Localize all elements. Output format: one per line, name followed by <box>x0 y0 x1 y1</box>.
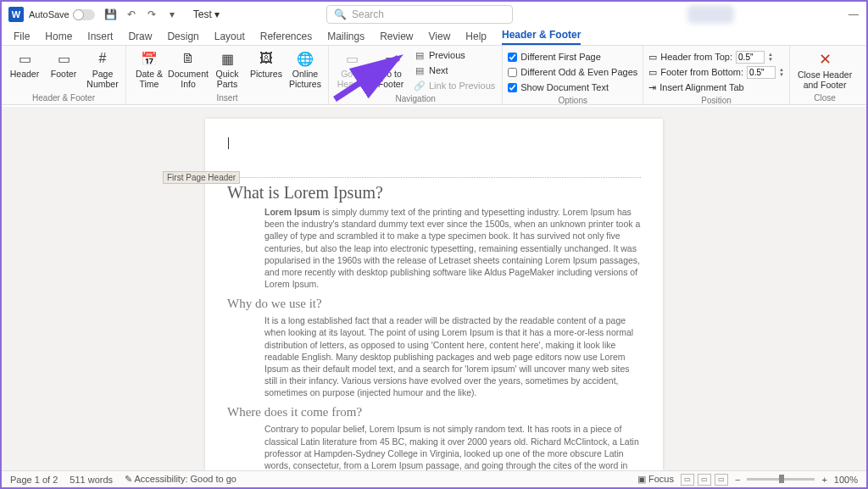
show-document-text-checkbox[interactable]: Show Document Text <box>508 80 637 95</box>
document-info-button[interactable]: 🗎Document Info <box>170 47 206 89</box>
view-switcher: ▭ ▭ ▭ <box>681 474 728 486</box>
calendar-icon: 📅 <box>140 49 159 68</box>
footer-from-bottom-row: ▭Footer from Bottom:▲▼ <box>648 64 784 80</box>
header-button[interactable]: ▭Header <box>7 47 42 80</box>
page[interactable]: What is Lorem Ipsum? Lorem Ipsum is simp… <box>205 119 663 470</box>
heading-1[interactable]: What is Lorem Ipsum? <box>227 183 641 203</box>
save-icon[interactable]: 💾 <box>105 8 117 20</box>
next-icon: ▤ <box>414 65 426 76</box>
status-page[interactable]: Page 1 of 2 <box>10 475 58 485</box>
heading-3[interactable]: Where does it come from? <box>227 405 641 420</box>
status-accessibility[interactable]: ✎ Accessibility: Good to go <box>125 474 236 485</box>
tab-file[interactable]: File <box>14 31 30 45</box>
paragraph-2[interactable]: It is a long established fact that a rea… <box>264 314 641 398</box>
view-print-icon[interactable]: ▭ <box>698 474 711 486</box>
minimize-button[interactable]: — <box>848 8 860 20</box>
date-time-button[interactable]: 📅Date & Time <box>131 47 167 89</box>
quickparts-icon: ▦ <box>218 49 236 68</box>
close-header-footer-button[interactable]: ✕Close Header and Footer <box>795 47 854 90</box>
tab-review[interactable]: Review <box>380 31 413 45</box>
group-label-insert: Insert <box>131 92 323 104</box>
view-web-icon[interactable]: ▭ <box>715 474 728 486</box>
tab-layout[interactable]: Layout <box>214 31 245 45</box>
online-pictures-button[interactable]: 🌐Online Pictures <box>287 47 323 89</box>
footer-bot-input[interactable] <box>747 66 776 79</box>
search-placeholder: Search <box>352 8 505 20</box>
insert-align-label: Insert Alignment Tab <box>659 82 743 92</box>
pictures-icon: 🖼 <box>257 49 275 68</box>
tab-draw[interactable]: Draw <box>128 31 152 45</box>
group-label-nav: Navigation <box>334 93 497 105</box>
toggle-switch-icon[interactable] <box>73 9 95 20</box>
zoom-level[interactable]: 100% <box>834 475 858 485</box>
different-first-page-checkbox[interactable]: Different First Page <box>508 49 637 64</box>
diff-oe-check[interactable] <box>508 68 517 77</box>
paragraph-1[interactable]: is simply dummy text of the printing and… <box>264 207 640 289</box>
group-label-close: Close <box>795 92 854 104</box>
view-read-icon[interactable]: ▭ <box>681 474 694 486</box>
date-time-label: Date & Time <box>136 69 163 89</box>
footer-button[interactable]: ▭Footer <box>46 47 81 80</box>
zoom-out-button[interactable]: − <box>735 475 740 485</box>
ribbon-tabs: File Home Insert Draw Design Layout Refe… <box>2 27 866 46</box>
pictures-button[interactable]: 🖼Pictures <box>248 47 284 80</box>
close-icon: ✕ <box>819 50 832 69</box>
quick-access-toolbar: 💾 ↶ ↷ ▾ <box>105 8 178 20</box>
paragraph-3[interactable]: Contrary to popular belief, Lorem Ipsum … <box>264 423 641 470</box>
goto-header-icon: ▭ <box>342 49 361 68</box>
page-number-icon: # <box>93 49 112 68</box>
group-label-position: Position <box>648 95 784 107</box>
header-region[interactable] <box>227 134 641 178</box>
tab-home[interactable]: Home <box>45 31 72 45</box>
link-icon: 🔗 <box>414 81 426 92</box>
quick-parts-button[interactable]: ▦Quick Parts <box>209 47 245 89</box>
search-icon: 🔍 <box>334 8 347 20</box>
tab-mailings[interactable]: Mailings <box>327 31 364 45</box>
show-doc-check[interactable] <box>508 83 517 92</box>
tab-design[interactable]: Design <box>167 31 198 45</box>
goto-header-button: ▭Go to Header <box>334 47 370 89</box>
status-bar: Page 1 of 2 511 words ✎ Accessibility: G… <box>2 470 866 487</box>
heading-2[interactable]: Why do we use it? <box>227 297 641 311</box>
text-cursor <box>228 137 229 149</box>
next-button[interactable]: ▤Next <box>412 63 497 78</box>
insert-alignment-tab-button[interactable]: ⇥Insert Alignment Tab <box>648 80 784 95</box>
spinner-icon[interactable]: ▲▼ <box>768 52 773 62</box>
diff-first-check[interactable] <box>508 53 517 62</box>
qat-dropdown-icon[interactable]: ▾ <box>166 8 178 20</box>
footer-label: Footer <box>51 69 76 80</box>
spinner-icon[interactable]: ▲▼ <box>779 67 784 77</box>
search-input[interactable]: 🔍 Search <box>326 5 513 24</box>
status-words[interactable]: 511 words <box>70 475 113 485</box>
goto-footer-label: Go to Footer <box>378 69 403 89</box>
previous-label: Previous <box>429 50 465 60</box>
tab-header-footer[interactable]: Header & Footer <box>502 29 581 45</box>
status-focus[interactable]: ▣ Focus <box>637 474 674 485</box>
page-number-button[interactable]: #Page Number <box>85 47 120 89</box>
header-top-label: Header from Top: <box>660 52 732 62</box>
document-canvas[interactable]: What is Lorem Ipsum? Lorem Ipsum is simp… <box>2 107 866 470</box>
header-from-top-row: ▭Header from Top:▲▼ <box>648 49 784 64</box>
tab-view[interactable]: View <box>429 31 451 45</box>
undo-icon[interactable]: ↶ <box>125 8 137 20</box>
account-avatar[interactable] <box>687 5 734 24</box>
tab-help[interactable]: Help <box>465 31 487 45</box>
tab-references[interactable]: References <box>260 31 312 45</box>
zoom-slider[interactable] <box>747 478 815 481</box>
docinfo-label: Document Info <box>168 69 209 89</box>
footer-bot-icon: ▭ <box>648 67 657 78</box>
diff-oe-label: Different Odd & Even Pages <box>520 67 637 77</box>
zoom-in-button[interactable]: + <box>821 475 826 485</box>
redo-icon[interactable]: ↷ <box>146 8 158 20</box>
header-icon: ▭ <box>15 49 34 68</box>
document-title[interactable]: Test ▾ <box>193 8 220 20</box>
title-bar: W AutoSave 💾 ↶ ↷ ▾ Test ▾ 🔍 Search — <box>2 2 866 27</box>
goto-footer-button[interactable]: ▭Go to Footer <box>373 47 409 89</box>
footer-bot-label: Footer from Bottom: <box>660 67 743 77</box>
previous-button[interactable]: ▤Previous <box>412 47 497 63</box>
quickparts-label: Quick Parts <box>216 69 239 89</box>
different-odd-even-checkbox[interactable]: Different Odd & Even Pages <box>508 64 637 80</box>
tab-insert[interactable]: Insert <box>87 31 113 45</box>
autosave-toggle[interactable]: AutoSave <box>29 9 95 20</box>
header-top-input[interactable] <box>736 51 765 64</box>
